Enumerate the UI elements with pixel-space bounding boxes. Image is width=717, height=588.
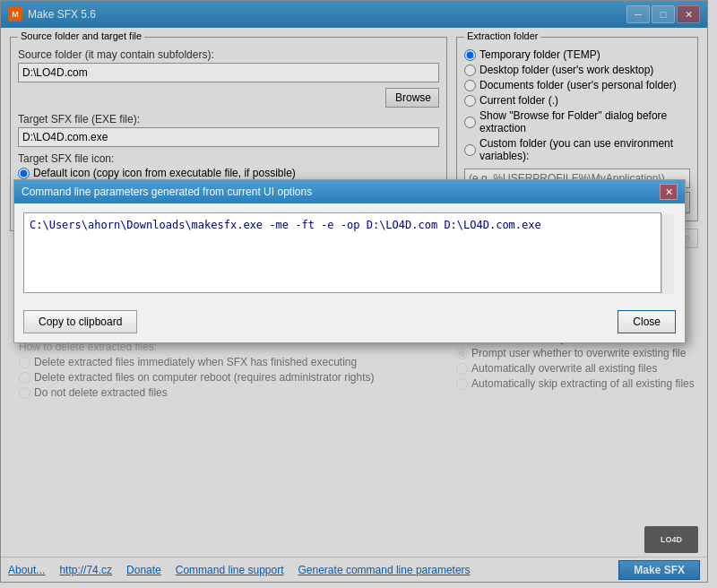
dialog-footer: Copy to clipboard Close xyxy=(14,305,685,342)
dialog-close-button[interactable]: ✕ xyxy=(660,184,678,200)
copy-clipboard-button[interactable]: Copy to clipboard xyxy=(23,310,137,333)
command-textarea-container xyxy=(23,212,676,296)
command-textarea[interactable] xyxy=(23,212,661,293)
dialog-body xyxy=(14,203,685,305)
command-dialog: Command line parameters generated from c… xyxy=(13,179,686,343)
dialog-title: Command line parameters generated from c… xyxy=(22,186,660,198)
close-dialog-button[interactable]: Close xyxy=(618,310,676,333)
scrollbar[interactable] xyxy=(661,214,674,294)
dialog-title-bar: Command line parameters generated from c… xyxy=(14,180,685,203)
dialog-overlay: Command line parameters generated from c… xyxy=(0,0,717,588)
